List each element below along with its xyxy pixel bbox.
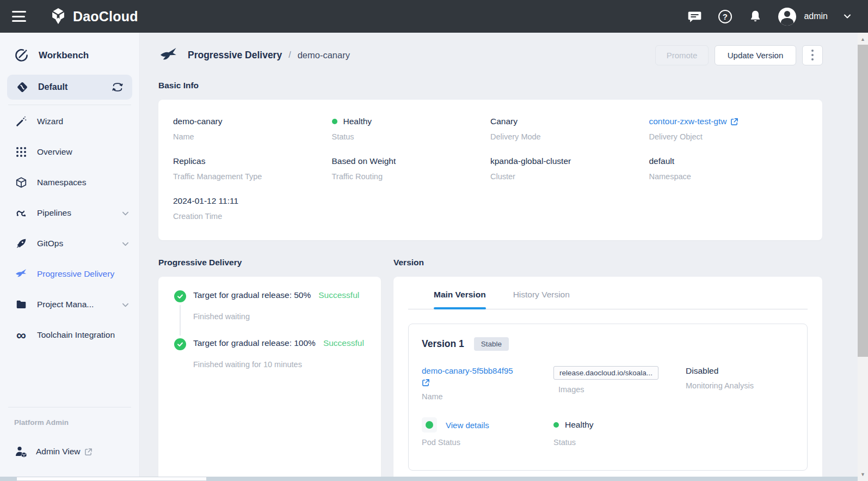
basic-info-card: demo-canary Name Healthy Status Canary D… [158, 100, 822, 240]
sidebar-divider [8, 407, 131, 407]
field-value: Disabled [686, 366, 794, 376]
field-label: Traffic Routing [332, 172, 491, 181]
step-title: Target for gradual release: 50% [193, 290, 311, 300]
version-title: Version [393, 258, 424, 267]
promote-button[interactable]: Promote [655, 45, 709, 65]
workbench-title: Workbench [39, 50, 89, 61]
avatar[interactable] [778, 8, 796, 26]
sidebar-item-admin-view[interactable]: Admin View [0, 437, 139, 466]
field-label: Delivery Mode [490, 132, 649, 141]
basic-info-title: Basic Info [158, 81, 199, 90]
sidebar-item-gitops[interactable]: GitOps [0, 228, 139, 259]
field-label: Monitoring Analysis [686, 381, 794, 390]
delivery-object-link[interactable]: contour-zxw-test-gtw [649, 117, 727, 126]
version-pod-status: View details Pod Status [422, 417, 553, 447]
pod-status-dot [426, 421, 433, 429]
version-monitoring: Disabled Monitoring Analysis [686, 366, 794, 401]
status-dot [553, 422, 559, 428]
menu-icon[interactable] [12, 11, 26, 22]
field-value: kpanda-global-cluster [490, 156, 649, 167]
main-content: Progressive Delivery / demo-canary Promo… [140, 33, 858, 481]
sidebar: Workbench Default Wizard Ov [0, 33, 140, 481]
image-chip[interactable]: release.daocloud.io/skoala... [553, 366, 658, 380]
breadcrumb-separator: / [288, 50, 291, 60]
chevron-down-icon[interactable] [843, 12, 852, 21]
field-traffic-routing: Based on Weight Traffic Routing [332, 156, 491, 181]
chevron-down-icon[interactable] [121, 301, 130, 309]
vertical-scrollbar[interactable]: ▲ ▼ [858, 33, 868, 481]
pod-name-link[interactable]: demo-canary-5f5bb84f95 [422, 366, 513, 375]
pipeline-icon [14, 207, 28, 219]
external-link-icon [84, 448, 93, 456]
sidebar-item-pipelines[interactable]: Pipelines [0, 198, 139, 228]
bell-icon[interactable] [748, 9, 763, 24]
sidebar-item-progressive-delivery[interactable]: Progressive Delivery [0, 259, 139, 289]
step-status: Successful [323, 338, 364, 348]
tab-history-version[interactable]: History Version [513, 290, 570, 308]
user-name: admin [804, 11, 828, 21]
progressive-delivery-title: Progressive Delivery [158, 258, 242, 267]
sidebar-item-toolchain-integration[interactable]: ∞ Toolchain Integration [0, 320, 139, 350]
field-label: Status [332, 132, 491, 141]
vertical-scrollbar-thumb[interactable] [858, 45, 868, 357]
chat-icon[interactable] [687, 9, 702, 24]
horizontal-scrollbar[interactable] [0, 477, 858, 481]
field-value: Canary [490, 116, 649, 127]
wand-icon [14, 115, 28, 127]
admin-user-icon [14, 445, 27, 458]
rocket-icon [14, 238, 28, 249]
field-label: Name [422, 392, 553, 401]
field-label: Delivery Object [649, 132, 808, 141]
chevron-down-icon[interactable] [121, 240, 130, 248]
brand-logo[interactable]: DaoCloud [49, 7, 138, 26]
sidebar-item-overview[interactable]: Overview [0, 137, 139, 167]
step-status: Successful [318, 290, 359, 300]
sidebar-item-label: Wizard [37, 117, 63, 126]
field-label: Creation Time [173, 212, 332, 221]
stable-badge: Stable [474, 337, 509, 351]
field-label: Namespace [649, 172, 808, 181]
scroll-down-arrow[interactable]: ▼ [858, 469, 868, 480]
external-link-icon[interactable] [730, 118, 738, 126]
field-label: Cluster [490, 172, 649, 181]
switch-workspace-icon[interactable] [112, 81, 124, 93]
breadcrumb-parent[interactable]: Progressive Delivery [188, 50, 282, 61]
version-pod-name: demo-canary-5f5bb84f95 Name [422, 366, 553, 401]
field-value: Replicas [173, 156, 332, 167]
status-dot [332, 119, 337, 124]
version-status: Healthy Status [553, 417, 686, 447]
sidebar-item-label: Namespaces [37, 178, 86, 187]
external-link-icon[interactable] [422, 379, 553, 387]
sidebar-item-label: GitOps [37, 239, 63, 248]
brand-name: DaoCloud [73, 9, 138, 25]
workspace-selector[interactable]: Default [7, 75, 132, 100]
more-actions-button[interactable] [802, 45, 823, 65]
help-icon[interactable]: ? [717, 9, 732, 24]
sidebar-item-project-management[interactable]: Project Mana... [0, 289, 139, 320]
chevron-down-icon[interactable] [121, 209, 130, 217]
field-label: Pod Status [422, 438, 553, 447]
field-creation-time: 2024-01-12 11:11 Creation Time [173, 196, 332, 221]
field-label: Name [173, 132, 332, 141]
version-images: release.daocloud.io/skoala... Images [553, 366, 686, 401]
horizontal-scrollbar-thumb[interactable] [16, 477, 207, 481]
sidebar-item-namespaces[interactable]: Namespaces [0, 167, 139, 198]
tab-main-version[interactable]: Main Version [434, 290, 486, 308]
scroll-up-arrow[interactable]: ▲ [858, 34, 868, 45]
sidebar-item-label: Overview [37, 147, 72, 157]
field-name: demo-canary Name [173, 116, 332, 141]
sidebar-item-label: Progressive Delivery [37, 269, 114, 279]
field-delivery-mode: Canary Delivery Mode [490, 116, 649, 141]
field-value: 2024-01-12 11:11 [173, 196, 332, 206]
compose-icon [14, 48, 29, 63]
platform-admin-label: Platform Admin [0, 414, 139, 430]
progressive-delivery-card: Target for gradual release: 50% Successf… [158, 277, 381, 481]
sidebar-item-wizard[interactable]: Wizard [0, 106, 139, 137]
update-version-button[interactable]: Update Version [715, 45, 796, 65]
field-label: Images [558, 385, 686, 394]
breadcrumb: Progressive Delivery / demo-canary Promo… [158, 44, 823, 66]
grid-dots-icon [14, 147, 28, 157]
field-cluster: kpanda-global-cluster Cluster [490, 156, 649, 181]
field-delivery-object: contour-zxw-test-gtw Delivery Object [649, 116, 808, 141]
view-details-link[interactable]: View details [446, 421, 489, 430]
